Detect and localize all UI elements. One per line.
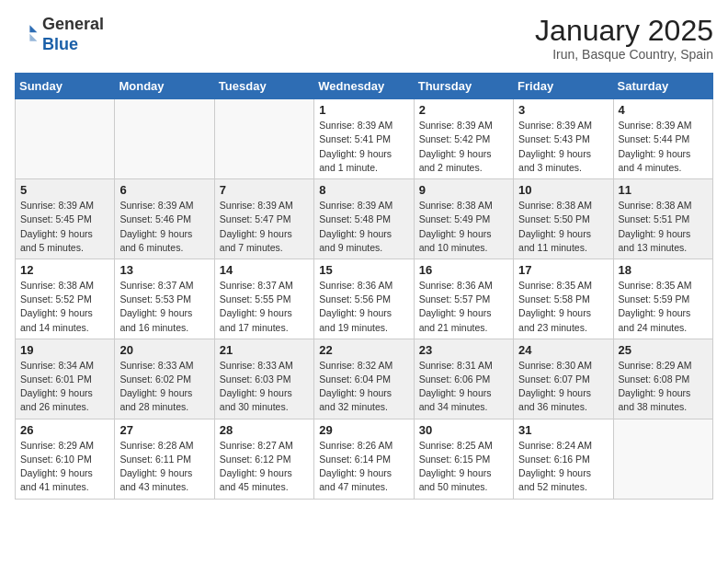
calendar-cell: 21Sunrise: 8:33 AM Sunset: 6:03 PM Dayli… xyxy=(214,339,313,419)
calendar-cell: 24Sunrise: 8:30 AM Sunset: 6:07 PM Dayli… xyxy=(514,339,613,419)
logo-general: General xyxy=(42,15,104,33)
calendar-cell: 13Sunrise: 8:37 AM Sunset: 5:53 PM Dayli… xyxy=(115,259,214,339)
logo-blue: Blue xyxy=(42,35,78,53)
day-number: 17 xyxy=(518,263,608,277)
day-info: Sunrise: 8:39 AM Sunset: 5:45 PM Dayligh… xyxy=(20,199,109,255)
title-block: January 2025 Irun, Basque Country, Spain xyxy=(535,15,713,62)
calendar-cell: 23Sunrise: 8:31 AM Sunset: 6:06 PM Dayli… xyxy=(414,339,513,419)
day-info: Sunrise: 8:35 AM Sunset: 5:59 PM Dayligh… xyxy=(619,279,708,335)
col-header-thursday: Thursday xyxy=(414,74,513,99)
day-number: 29 xyxy=(319,423,408,437)
day-info: Sunrise: 8:33 AM Sunset: 6:02 PM Dayligh… xyxy=(119,359,209,415)
day-info: Sunrise: 8:36 AM Sunset: 5:57 PM Dayligh… xyxy=(419,279,508,335)
day-info: Sunrise: 8:39 AM Sunset: 5:44 PM Dayligh… xyxy=(619,119,708,175)
calendar-week-3: 12Sunrise: 8:38 AM Sunset: 5:52 PM Dayli… xyxy=(16,259,713,339)
day-number: 25 xyxy=(619,343,708,357)
calendar-cell: 29Sunrise: 8:26 AM Sunset: 6:14 PM Dayli… xyxy=(314,419,414,499)
calendar-table: SundayMondayTuesdayWednesdayThursdayFrid… xyxy=(15,73,713,499)
calendar-cell: 20Sunrise: 8:33 AM Sunset: 6:02 PM Dayli… xyxy=(115,339,214,419)
col-header-saturday: Saturday xyxy=(613,74,712,99)
calendar-cell: 28Sunrise: 8:27 AM Sunset: 6:12 PM Dayli… xyxy=(214,419,313,499)
day-info: Sunrise: 8:30 AM Sunset: 6:07 PM Dayligh… xyxy=(518,359,608,415)
calendar-cell: 25Sunrise: 8:29 AM Sunset: 6:08 PM Dayli… xyxy=(613,339,712,419)
day-info: Sunrise: 8:33 AM Sunset: 6:03 PM Dayligh… xyxy=(220,359,309,415)
day-number: 26 xyxy=(20,423,109,437)
day-info: Sunrise: 8:38 AM Sunset: 5:51 PM Dayligh… xyxy=(619,199,708,255)
calendar-cell: 2Sunrise: 8:39 AM Sunset: 5:42 PM Daylig… xyxy=(414,99,513,179)
calendar-header-row: SundayMondayTuesdayWednesdayThursdayFrid… xyxy=(16,74,713,99)
day-info: Sunrise: 8:27 AM Sunset: 6:12 PM Dayligh… xyxy=(220,439,309,495)
day-number: 2 xyxy=(419,103,508,117)
day-info: Sunrise: 8:39 AM Sunset: 5:42 PM Dayligh… xyxy=(419,119,508,175)
calendar-cell: 8Sunrise: 8:39 AM Sunset: 5:48 PM Daylig… xyxy=(314,179,414,259)
day-info: Sunrise: 8:26 AM Sunset: 6:14 PM Dayligh… xyxy=(319,439,408,495)
day-info: Sunrise: 8:29 AM Sunset: 6:10 PM Dayligh… xyxy=(20,439,109,495)
calendar-cell: 15Sunrise: 8:36 AM Sunset: 5:56 PM Dayli… xyxy=(314,259,414,339)
day-number: 21 xyxy=(220,343,309,357)
day-number: 28 xyxy=(220,423,309,437)
calendar-cell: 17Sunrise: 8:35 AM Sunset: 5:58 PM Dayli… xyxy=(514,259,613,339)
col-header-monday: Monday xyxy=(115,74,214,99)
day-info: Sunrise: 8:34 AM Sunset: 6:01 PM Dayligh… xyxy=(20,359,109,415)
day-info: Sunrise: 8:39 AM Sunset: 5:46 PM Dayligh… xyxy=(119,199,209,255)
day-number: 12 xyxy=(20,263,109,277)
day-number: 8 xyxy=(319,183,408,197)
logo: General Blue xyxy=(15,15,104,54)
col-header-wednesday: Wednesday xyxy=(314,74,414,99)
day-number: 10 xyxy=(518,183,608,197)
day-number: 11 xyxy=(619,183,708,197)
calendar-cell: 1Sunrise: 8:39 AM Sunset: 5:41 PM Daylig… xyxy=(314,99,414,179)
calendar-cell xyxy=(16,99,115,179)
calendar-cell: 19Sunrise: 8:34 AM Sunset: 6:01 PM Dayli… xyxy=(16,339,115,419)
logo-icon xyxy=(17,22,39,44)
day-info: Sunrise: 8:32 AM Sunset: 6:04 PM Dayligh… xyxy=(319,359,408,415)
calendar-cell: 30Sunrise: 8:25 AM Sunset: 6:15 PM Dayli… xyxy=(414,419,513,499)
calendar-cell: 5Sunrise: 8:39 AM Sunset: 5:45 PM Daylig… xyxy=(16,179,115,259)
month-title: January 2025 xyxy=(535,15,713,47)
day-number: 16 xyxy=(419,263,508,277)
day-number: 18 xyxy=(619,263,708,277)
calendar-week-1: 1Sunrise: 8:39 AM Sunset: 5:41 PM Daylig… xyxy=(16,99,713,179)
calendar-cell: 22Sunrise: 8:32 AM Sunset: 6:04 PM Dayli… xyxy=(314,339,414,419)
day-info: Sunrise: 8:29 AM Sunset: 6:08 PM Dayligh… xyxy=(619,359,708,415)
day-number: 27 xyxy=(119,423,209,437)
day-info: Sunrise: 8:38 AM Sunset: 5:50 PM Dayligh… xyxy=(518,199,608,255)
day-number: 23 xyxy=(419,343,508,357)
day-info: Sunrise: 8:38 AM Sunset: 5:52 PM Dayligh… xyxy=(20,279,109,335)
calendar-cell xyxy=(115,99,214,179)
day-info: Sunrise: 8:39 AM Sunset: 5:43 PM Dayligh… xyxy=(518,119,608,175)
day-number: 7 xyxy=(220,183,309,197)
day-number: 14 xyxy=(220,263,309,277)
day-info: Sunrise: 8:39 AM Sunset: 5:41 PM Dayligh… xyxy=(319,119,408,175)
calendar-cell: 6Sunrise: 8:39 AM Sunset: 5:46 PM Daylig… xyxy=(115,179,214,259)
calendar-cell xyxy=(214,99,313,179)
day-info: Sunrise: 8:37 AM Sunset: 5:55 PM Dayligh… xyxy=(220,279,309,335)
day-info: Sunrise: 8:28 AM Sunset: 6:11 PM Dayligh… xyxy=(119,439,209,495)
day-info: Sunrise: 8:25 AM Sunset: 6:15 PM Dayligh… xyxy=(419,439,508,495)
day-number: 6 xyxy=(119,183,209,197)
calendar-cell: 12Sunrise: 8:38 AM Sunset: 5:52 PM Dayli… xyxy=(16,259,115,339)
day-number: 4 xyxy=(619,103,708,117)
location: Irun, Basque Country, Spain xyxy=(535,47,713,62)
calendar-cell: 31Sunrise: 8:24 AM Sunset: 6:16 PM Dayli… xyxy=(514,419,613,499)
calendar-cell: 16Sunrise: 8:36 AM Sunset: 5:57 PM Dayli… xyxy=(414,259,513,339)
day-info: Sunrise: 8:31 AM Sunset: 6:06 PM Dayligh… xyxy=(419,359,508,415)
day-info: Sunrise: 8:39 AM Sunset: 5:48 PM Dayligh… xyxy=(319,199,408,255)
day-number: 22 xyxy=(319,343,408,357)
calendar-cell: 11Sunrise: 8:38 AM Sunset: 5:51 PM Dayli… xyxy=(613,179,712,259)
svg-marker-1 xyxy=(29,33,37,40)
calendar-cell: 4Sunrise: 8:39 AM Sunset: 5:44 PM Daylig… xyxy=(613,99,712,179)
day-number: 15 xyxy=(319,263,408,277)
col-header-friday: Friday xyxy=(514,74,613,99)
day-number: 30 xyxy=(419,423,508,437)
day-info: Sunrise: 8:38 AM Sunset: 5:49 PM Dayligh… xyxy=(419,199,508,255)
calendar-cell: 10Sunrise: 8:38 AM Sunset: 5:50 PM Dayli… xyxy=(514,179,613,259)
day-number: 19 xyxy=(20,343,109,357)
calendar-cell: 7Sunrise: 8:39 AM Sunset: 5:47 PM Daylig… xyxy=(214,179,313,259)
day-number: 3 xyxy=(518,103,608,117)
calendar-cell: 27Sunrise: 8:28 AM Sunset: 6:11 PM Dayli… xyxy=(115,419,214,499)
calendar-week-4: 19Sunrise: 8:34 AM Sunset: 6:01 PM Dayli… xyxy=(16,339,713,419)
calendar-cell: 3Sunrise: 8:39 AM Sunset: 5:43 PM Daylig… xyxy=(514,99,613,179)
col-header-tuesday: Tuesday xyxy=(214,74,313,99)
day-number: 24 xyxy=(518,343,608,357)
